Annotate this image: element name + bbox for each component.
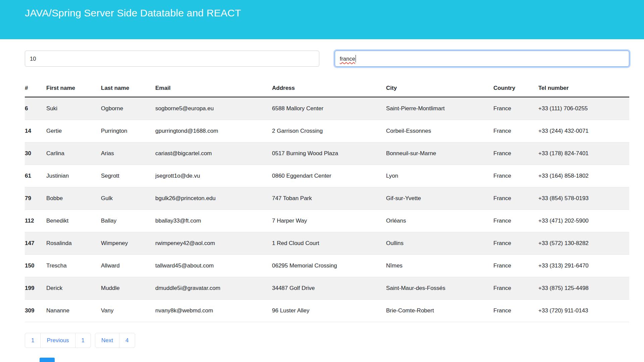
table-cell: Carlina	[46, 142, 101, 165]
next-button[interactable]: Next	[95, 333, 119, 348]
table-cell: France	[493, 142, 538, 165]
table-cell: +33 (875) 125-4498	[538, 277, 629, 300]
table-cell: +33 (244) 432-0071	[538, 120, 629, 142]
table-cell: Lyon	[386, 165, 493, 187]
previous-button[interactable]: Previous	[40, 333, 75, 348]
table-cell: Bonneuil-sur-Marne	[386, 142, 493, 165]
table-cell: +33 (720) 911-0143	[538, 300, 629, 322]
table-cell: +33 (164) 858-1802	[538, 165, 629, 187]
table-cell: Nîmes	[386, 255, 493, 277]
table-row: 309NananneVanynvany8k@webmd.com96 Luster…	[25, 300, 629, 322]
table-cell: 96 Luster Alley	[272, 300, 386, 322]
table-cell: Justinian	[46, 165, 101, 187]
column-header: Address	[272, 81, 386, 97]
table-cell: 147	[25, 232, 46, 255]
table-cell: jsegrott1o@de.vu	[155, 165, 272, 187]
table-cell: rwimpeney42@aol.com	[155, 232, 272, 255]
table-cell: 6	[25, 97, 46, 120]
table-cell: France	[493, 97, 538, 120]
table-cell: 6588 Mallory Center	[272, 97, 386, 120]
column-header: Last name	[101, 81, 155, 97]
table-body: 6SukiOgbornesogborne5@europa.eu6588 Mall…	[25, 97, 629, 322]
table-cell: cariast@bigcartel.com	[155, 142, 272, 165]
table-cell: +33 (854) 578-0193	[538, 187, 629, 210]
table-cell: 0517 Burning Wood Plaza	[272, 142, 386, 165]
table-row: 147RosalindaWimpeneyrwimpeney42@aol.com1…	[25, 232, 629, 255]
table-cell: Rosalinda	[46, 232, 101, 255]
table-row: 14GertiePurringtongpurringtond@1688.com2…	[25, 120, 629, 142]
table-cell: tallward45@about.com	[155, 255, 272, 277]
table-cell: bballay33@ft.com	[155, 210, 272, 232]
column-header: #	[25, 81, 46, 97]
table-cell: dmuddle5i@gravatar.com	[155, 277, 272, 300]
table-cell: Saint-Maur-des-Fossés	[386, 277, 493, 300]
column-header: Country	[493, 81, 538, 97]
table-cell: 199	[25, 277, 46, 300]
table-cell: sogborne5@europa.eu	[155, 97, 272, 120]
table-cell: 309	[25, 300, 46, 322]
column-header: First name	[46, 81, 101, 97]
table-cell: 0860 Eggendart Center	[272, 165, 386, 187]
search-input[interactable]: france	[335, 51, 629, 67]
table-cell: France	[493, 300, 538, 322]
table-cell: Nananne	[46, 300, 101, 322]
table-cell: Ballay	[101, 210, 155, 232]
page-size-input[interactable]	[25, 51, 319, 67]
table-cell: Bobbe	[46, 187, 101, 210]
table-cell: Gif-sur-Yvette	[386, 187, 493, 210]
table-cell: +33 (572) 130-8282	[538, 232, 629, 255]
column-header: City	[386, 81, 493, 97]
page-title: JAVA/Spring Server Side Datatable and RE…	[25, 7, 629, 19]
table-row: 61JustinianSegrottjsegrott1o@de.vu0860 E…	[25, 165, 629, 187]
table-cell: Gertie	[46, 120, 101, 142]
table-cell: Saint-Pierre-Montlimart	[386, 97, 493, 120]
pagination-group: Next4	[95, 333, 135, 348]
page-4-button[interactable]: 4	[119, 333, 135, 348]
table-cell: +33 (313) 291-6470	[538, 255, 629, 277]
table-row: 79BobbeGulkbgulk26@princeton.edu747 Toba…	[25, 187, 629, 210]
table-cell: Segrott	[101, 165, 155, 187]
table-cell: France	[493, 255, 538, 277]
table-row: 199DerickMuddledmuddle5i@gravatar.com344…	[25, 277, 629, 300]
table-cell: France	[493, 210, 538, 232]
table-cell: +33 (178) 824-7401	[538, 142, 629, 165]
table-cell: nvany8k@webmd.com	[155, 300, 272, 322]
table-cell: Corbeil-Essonnes	[386, 120, 493, 142]
table-cell: Orléans	[386, 210, 493, 232]
content: france #First nameLast nameEmailAddressC…	[0, 51, 644, 348]
cutoff-element	[40, 358, 55, 362]
page-1-button[interactable]: 1	[25, 333, 41, 348]
table-cell: 34487 Golf Drive	[272, 277, 386, 300]
table-row: 112BenediktBallaybballay33@ft.com7 Harpe…	[25, 210, 629, 232]
table-cell: Gulk	[101, 187, 155, 210]
table-cell: 30	[25, 142, 46, 165]
table-cell: France	[493, 120, 538, 142]
table-cell: Benedikt	[46, 210, 101, 232]
table-cell: Trescha	[46, 255, 101, 277]
table-row: 30CarlinaAriascariast@bigcartel.com0517 …	[25, 142, 629, 165]
table-cell: 7 Harper Way	[272, 210, 386, 232]
table-controls: france	[25, 51, 629, 67]
pagination: 1Previous1Next4	[25, 333, 629, 348]
table-cell: 14	[25, 120, 46, 142]
table-cell: gpurringtond@1688.com	[155, 120, 272, 142]
table-cell: 06295 Memorial Crossing	[272, 255, 386, 277]
table-row: 150TreschaAllwardtallward45@about.com062…	[25, 255, 629, 277]
table-row: 6SukiOgbornesogborne5@europa.eu6588 Mall…	[25, 97, 629, 120]
table-cell: Ogborne	[101, 97, 155, 120]
table-header-row: #First nameLast nameEmailAddressCityCoun…	[25, 81, 629, 97]
table-cell: Vany	[101, 300, 155, 322]
table-cell: 79	[25, 187, 46, 210]
table-cell: 1 Red Cloud Court	[272, 232, 386, 255]
table-cell: Brie-Comte-Robert	[386, 300, 493, 322]
search-text: france	[340, 56, 355, 62]
table-cell: Oullins	[386, 232, 493, 255]
column-header: Email	[155, 81, 272, 97]
table-cell: Muddle	[101, 277, 155, 300]
page-1-button[interactable]: 1	[75, 333, 91, 348]
table-cell: Purrington	[101, 120, 155, 142]
table-cell: 2 Garrison Crossing	[272, 120, 386, 142]
table-cell: France	[493, 232, 538, 255]
table-cell: France	[493, 165, 538, 187]
text-caret	[356, 55, 356, 62]
